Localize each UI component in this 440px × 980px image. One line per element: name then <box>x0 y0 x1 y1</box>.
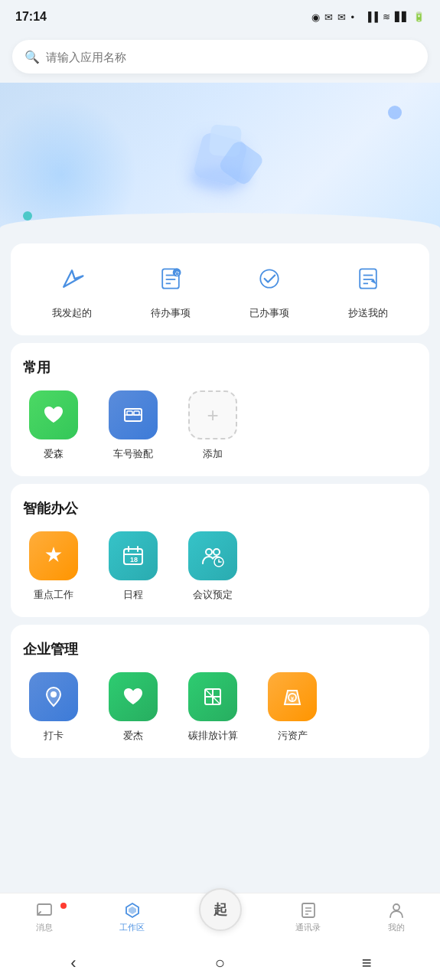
nav-workspace[interactable]: 工作区 <box>88 901 176 933</box>
battery-icon: 🔋 <box>413 11 425 22</box>
status-icons: ◉ ✉ ✉ • ▐▐ ≋ ▋▋ 🔋 <box>311 11 425 23</box>
pending-icon: ⏱ <box>151 259 191 299</box>
schedule-label: 日程 <box>123 588 143 602</box>
cc-icon <box>348 259 388 299</box>
svg-point-21 <box>206 549 212 555</box>
home-button[interactable]: ○ <box>204 952 235 974</box>
enterprise-grid: 打卡 爱杰 <box>23 672 417 743</box>
aisen-label: 爱森 <box>44 447 64 461</box>
message-nav-icon <box>35 901 54 920</box>
svg-text:¥: ¥ <box>291 695 295 702</box>
svg-point-26 <box>51 691 57 697</box>
nav-messages[interactable]: 消息 <box>0 901 88 933</box>
bottom-nav: 消息 工作区 起 通讯录 我的 <box>0 893 440 946</box>
done-label: 已办事项 <box>249 306 289 320</box>
enterprise-card: 企业管理 打卡 爱杰 <box>11 625 429 758</box>
app-car-verify[interactable]: 车号验配 <box>103 390 164 461</box>
launched-icon <box>52 259 92 299</box>
back-button[interactable]: ‹ <box>58 952 89 974</box>
hero-cube <box>182 121 259 198</box>
svg-line-0 <box>72 270 75 279</box>
app-aisen-ent[interactable]: 爱杰 <box>103 672 164 743</box>
key-work-label: 重点工作 <box>34 588 73 602</box>
app-aisen[interactable]: 爱森 <box>23 390 84 461</box>
key-work-icon <box>29 531 78 580</box>
messages-nav-label: 消息 <box>36 922 53 933</box>
hero-circle-shadow <box>190 167 251 190</box>
pending-label: 待办事项 <box>151 306 191 320</box>
search-input[interactable] <box>46 51 416 64</box>
add-label: 添加 <box>203 447 223 461</box>
smart-office-card: 智能办公 重点工作 18 <box>11 484 429 617</box>
cc-label: 抄送我的 <box>348 306 388 320</box>
quick-action-launched[interactable]: 我发起的 <box>52 259 92 320</box>
hero-decoration-dot <box>23 211 32 220</box>
nav-mine[interactable]: 我的 <box>352 901 440 933</box>
quick-actions-card: 我发起的 ⏱ 待办事项 <box>11 243 429 335</box>
workspace-nav-label: 工作区 <box>119 922 145 933</box>
asset-label: 污资产 <box>278 729 308 743</box>
svg-text:⏱: ⏱ <box>174 270 180 277</box>
fab-label: 起 <box>213 900 227 919</box>
contacts-nav-label: 通讯录 <box>295 922 321 933</box>
search-bar-wrap: 🔍 <box>0 34 440 83</box>
launched-label: 我发起的 <box>52 306 92 320</box>
nav-fab[interactable]: 起 <box>176 903 264 931</box>
status-time: 17:14 <box>15 10 47 24</box>
car-verify-label: 车号验配 <box>113 447 153 461</box>
app-emission[interactable]: 碳排放计算 <box>182 672 243 743</box>
aisen-icon <box>29 390 78 439</box>
dot-icon: • <box>350 11 354 23</box>
common-app-grid: 爱森 车号验配 + 添加 <box>23 390 417 461</box>
svg-point-7 <box>260 270 278 287</box>
quick-action-pending[interactable]: ⏱ 待办事项 <box>151 259 191 320</box>
app-checkin[interactable]: 打卡 <box>23 672 84 743</box>
nav-contacts[interactable]: 通讯录 <box>264 901 352 933</box>
mail-icon: ✉ <box>324 11 333 23</box>
hero-banner <box>0 83 440 236</box>
quick-actions-row: 我发起的 ⏱ 待办事项 <box>23 259 417 320</box>
mail2-icon: ✉ <box>337 11 346 23</box>
hero-decoration-dot2 <box>388 106 402 119</box>
mine-nav-icon <box>387 901 406 920</box>
svg-rect-36 <box>302 903 315 917</box>
svg-marker-35 <box>129 906 136 914</box>
menu-button[interactable]: ≡ <box>351 952 382 974</box>
contacts-nav-icon <box>299 901 318 920</box>
smart-office-grid: 重点工作 18 日程 <box>23 531 417 602</box>
aisen-ent-icon <box>109 672 158 721</box>
common-section-card: 常用 爱森 <box>11 343 429 476</box>
app-add[interactable]: + 添加 <box>182 390 243 461</box>
done-icon <box>249 259 289 299</box>
app-meeting[interactable]: 会议预定 <box>182 531 243 602</box>
quick-action-done[interactable]: 已办事项 <box>249 259 289 320</box>
network-icon: ▋▋ <box>395 11 409 22</box>
signal-icon: ▐▐ <box>365 11 378 22</box>
mine-nav-label: 我的 <box>388 922 405 933</box>
add-icon: + <box>188 390 237 439</box>
schedule-icon: 18 <box>109 531 158 580</box>
message-badge <box>60 903 67 909</box>
workspace-nav-icon <box>123 901 142 920</box>
app-schedule[interactable]: 18 日程 <box>103 531 164 602</box>
app-key-work[interactable]: 重点工作 <box>23 531 84 602</box>
emission-label: 碳排放计算 <box>188 729 238 743</box>
fab-button[interactable]: 起 <box>199 888 242 931</box>
enterprise-title: 企业管理 <box>23 640 417 658</box>
smart-office-title: 智能办公 <box>23 499 417 518</box>
search-bar[interactable]: 🔍 <box>12 40 428 74</box>
app-asset[interactable]: ¥ 污资产 <box>262 672 323 743</box>
svg-point-22 <box>213 549 220 555</box>
quick-action-cc[interactable]: 抄送我的 <box>348 259 388 320</box>
car-verify-icon <box>109 390 158 439</box>
location-icon: ◉ <box>311 11 320 23</box>
meeting-label: 会议预定 <box>193 588 233 602</box>
asset-icon: ¥ <box>268 672 317 721</box>
svg-text:18: 18 <box>130 556 138 564</box>
common-section-title: 常用 <box>23 358 417 377</box>
svg-point-40 <box>393 904 399 910</box>
aisen-ent-label: 爱杰 <box>123 729 143 743</box>
meeting-icon <box>188 531 237 580</box>
status-bar: 17:14 ◉ ✉ ✉ • ▐▐ ≋ ▋▋ 🔋 <box>0 0 440 34</box>
emission-icon <box>188 672 237 721</box>
